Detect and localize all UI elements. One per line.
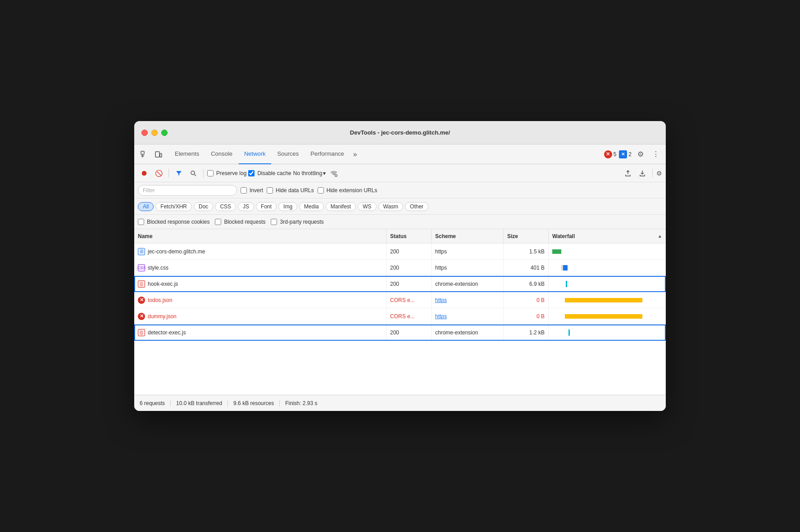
finish-time: Finish: 2.93 s (280, 400, 323, 406)
network-table: Name Status Scheme Size Waterfall ▲ (134, 229, 666, 395)
filter-js[interactable]: JS (238, 202, 254, 211)
minimize-button[interactable] (151, 130, 158, 136)
cell-scheme: https (432, 308, 504, 324)
export-har-icon[interactable] (636, 167, 649, 180)
cell-status: 200 (386, 243, 432, 259)
tab-console[interactable]: Console (205, 144, 238, 164)
cell-scheme: https (432, 243, 504, 259)
col-status[interactable]: Status (386, 229, 432, 243)
filter-button[interactable] (173, 167, 185, 180)
invert-label[interactable]: Invert (241, 187, 263, 194)
cell-size: 0 B (504, 308, 549, 324)
tab-icon-area (138, 148, 165, 161)
sort-arrow-icon: ▲ (658, 234, 662, 239)
import-har-icon[interactable] (622, 167, 634, 180)
filter-wasm[interactable]: Wasm (378, 202, 404, 211)
col-waterfall[interactable]: Waterfall ▲ (549, 229, 666, 243)
close-button[interactable] (141, 130, 148, 136)
inspect-icon[interactable] (138, 148, 150, 161)
invert-checkbox[interactable] (241, 187, 247, 194)
disable-cache-checkbox[interactable] (248, 170, 255, 176)
maximize-button[interactable] (161, 130, 168, 136)
table-row[interactable]: ☰ jec-cors-demo.glitch.me 200 https 1.5 … (134, 243, 666, 260)
chevron-down-icon: ▾ (323, 170, 326, 176)
throttle-dropdown[interactable]: No throttling ▾ (293, 170, 326, 176)
tab-network[interactable]: Network (239, 144, 271, 164)
clear-button[interactable]: 🚫 (152, 167, 165, 180)
cell-status: CORS e... (386, 308, 432, 324)
tab-elements[interactable]: Elements (169, 144, 205, 164)
search-button[interactable] (187, 167, 200, 180)
hide-data-urls-checkbox[interactable] (267, 187, 273, 194)
blocked-cookies-label[interactable]: Blocked response cookies (138, 219, 209, 225)
blocked-requests-checkbox[interactable] (215, 219, 221, 225)
more-tabs-button[interactable]: » (350, 144, 360, 164)
svg-point-5 (191, 171, 195, 175)
hide-extension-urls-checkbox[interactable] (318, 187, 324, 194)
device-toggle-icon[interactable] (152, 148, 165, 161)
table-header-row: Name Status Scheme Size Waterfall ▲ (134, 229, 666, 243)
cell-scheme: chrome-extension (432, 325, 504, 340)
network-settings-icon[interactable]: ⚙ (656, 170, 662, 177)
toolbar-divider-1 (168, 169, 169, 178)
preserve-log-checkbox[interactable] (207, 170, 214, 176)
filter-css[interactable]: CSS (215, 202, 236, 211)
filter-row: Invert Hide data URLs Hide extension URL… (134, 182, 666, 198)
warning-badge[interactable]: ✕ 2 (619, 150, 632, 158)
cell-waterfall (549, 292, 666, 308)
devtools-more-icon[interactable]: ⋮ (650, 148, 662, 161)
cell-waterfall (549, 276, 666, 292)
cell-status: 200 (386, 260, 432, 275)
col-scheme[interactable]: Scheme (432, 229, 504, 243)
filter-doc[interactable]: Doc (194, 202, 213, 211)
third-party-checkbox[interactable] (271, 219, 277, 225)
filter-fetch-xhr[interactable]: Fetch/XHR (155, 202, 192, 211)
cell-size: 1.5 kB (504, 243, 549, 259)
third-party-label[interactable]: 3rd-party requests (271, 219, 323, 225)
blocked-requests-label[interactable]: Blocked requests (215, 219, 265, 225)
cell-name: CSS style.css (134, 260, 386, 275)
wifi-settings-icon[interactable] (327, 167, 340, 180)
table-row[interactable]: ✕ dummy.json CORS e... https 0 B (134, 308, 666, 325)
badge-area: ✕ 5 ✕ 2 ⚙ ⋮ (604, 148, 662, 161)
blocked-cookies-checkbox[interactable] (138, 219, 144, 225)
tab-performance[interactable]: Performance (305, 144, 349, 164)
network-toolbar: ⏺ 🚫 Preserve log Disable (134, 164, 666, 182)
cell-waterfall (549, 243, 666, 259)
toolbar-divider-3 (652, 169, 653, 178)
tab-sources[interactable]: Sources (272, 144, 305, 164)
table-row[interactable]: {} detector-exec.js 200 chrome-extension… (134, 325, 666, 341)
devtools-settings-icon[interactable]: ⚙ (634, 148, 647, 161)
record-button[interactable]: ⏺ (138, 167, 150, 180)
cell-name: ✕ todos.json (134, 292, 386, 308)
disable-cache-label[interactable]: Disable cache (248, 170, 291, 176)
table-row[interactable]: {} hook-exec.js 200 chrome-extension 6.9… (134, 276, 666, 292)
hide-data-urls-label[interactable]: Hide data URLs (267, 187, 314, 194)
filter-font[interactable]: Font (256, 202, 277, 211)
filter-img[interactable]: Img (278, 202, 297, 211)
preserve-log-label[interactable]: Preserve log (207, 170, 246, 176)
filter-media[interactable]: Media (299, 202, 324, 211)
filter-ws[interactable]: WS (358, 202, 376, 211)
requests-count: 6 requests (140, 400, 171, 406)
svg-rect-0 (141, 151, 144, 154)
table-row[interactable]: ✕ todos.json CORS e... https 0 B (134, 292, 666, 308)
filter-all[interactable]: All (138, 202, 154, 211)
cell-size: 6.9 kB (504, 276, 549, 292)
filter-input[interactable] (138, 185, 237, 196)
filter-manifest[interactable]: Manifest (326, 202, 356, 211)
type-filter-row: All Fetch/XHR Doc CSS JS Font Img Media … (134, 198, 666, 215)
col-name[interactable]: Name (134, 229, 386, 243)
svg-line-6 (194, 174, 196, 176)
cell-waterfall (549, 260, 666, 275)
hide-extension-urls-label[interactable]: Hide extension URLs (318, 187, 377, 194)
col-size[interactable]: Size (504, 229, 549, 243)
table-row[interactable]: CSS style.css 200 https 401 B (134, 260, 666, 276)
error-badge[interactable]: ✕ 5 (604, 150, 617, 158)
traffic-lights (141, 130, 168, 136)
devtools-body: Elements Console Network Sources Perform… (134, 144, 666, 411)
file-icon-js-ext: {} (138, 280, 145, 288)
filter-other[interactable]: Other (405, 202, 428, 211)
svg-rect-3 (155, 152, 159, 157)
file-icon-css: CSS (138, 264, 145, 271)
